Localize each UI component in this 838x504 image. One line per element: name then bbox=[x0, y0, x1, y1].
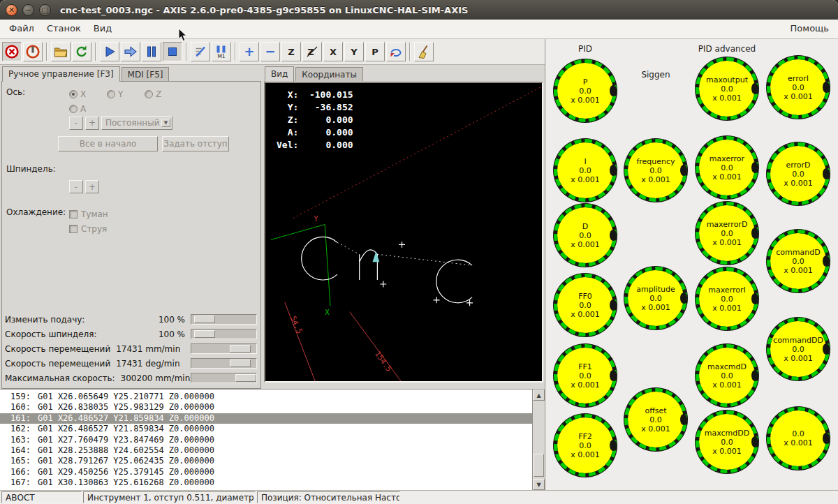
knob-unlabeled[interactable]: 0.0x 0.001 bbox=[766, 406, 830, 470]
knob-I[interactable]: I0.0x 0.001 bbox=[553, 138, 617, 202]
slider-handle[interactable] bbox=[194, 316, 215, 323]
jog-minus-button[interactable]: - bbox=[69, 117, 83, 130]
view-z2-button[interactable]: Z bbox=[302, 42, 322, 61]
knob-value: 0.0 bbox=[792, 345, 804, 354]
knob-D[interactable]: D0.0x 0.001 bbox=[553, 203, 617, 267]
clear-plot-icon bbox=[416, 44, 432, 59]
knob-scale: x 0.001 bbox=[784, 354, 813, 363]
zoom-in-button[interactable]: + bbox=[240, 42, 259, 61]
gcode-line[interactable]: 162:G01 X26.486527 Y21.859834 Z0.000000 bbox=[0, 424, 532, 434]
window-minimize-button[interactable]: − bbox=[22, 4, 34, 16]
view-x-button[interactable]: X bbox=[323, 42, 343, 61]
angular-jog-speed-slider[interactable] bbox=[191, 358, 257, 369]
knob-FF1[interactable]: FF10.0x 0.001 bbox=[553, 343, 617, 408]
touch-off-button[interactable]: Задать отступ bbox=[162, 136, 229, 151]
feed-override-slider[interactable] bbox=[191, 314, 257, 325]
gcode-line[interactable]: 160:G01 X26.838035 Y25.983129 Z0.000000 bbox=[0, 402, 532, 413]
knob-commandD[interactable]: commandD0.0x 0.001 bbox=[766, 229, 830, 293]
flood-checkbox[interactable]: Струя bbox=[69, 221, 107, 235]
knob-errorD[interactable]: errorD0.0x 0.001 bbox=[766, 142, 830, 206]
spindle-plus-button[interactable]: + bbox=[85, 180, 99, 193]
tab-mdi[interactable]: MDI [F5] bbox=[122, 67, 170, 81]
optional-stop-button[interactable]: M1 bbox=[212, 42, 231, 61]
gcode-line[interactable]: 164:G01 X28.253888 Y24.602554 Z0.000000 bbox=[0, 445, 532, 456]
step-program-button[interactable] bbox=[121, 42, 140, 61]
stop-program-button[interactable] bbox=[163, 42, 182, 61]
knob-FF0[interactable]: FF00.0x 0.001 bbox=[553, 273, 617, 337]
machine-power-button[interactable] bbox=[23, 42, 43, 61]
tab-preview[interactable]: Вид bbox=[265, 66, 294, 82]
slider-value: 100 % bbox=[159, 329, 185, 339]
pid-advanced-header: PID advanced bbox=[698, 44, 756, 54]
mist-checkbox[interactable]: Туман bbox=[69, 207, 108, 220]
gcode-line[interactable]: 167:G01 X30.130863 Y25.616268 Z0.000000 bbox=[0, 477, 532, 488]
knob-maxerrorD[interactable]: maxerrorD0.0x 0.001 bbox=[695, 201, 759, 265]
knob-amplitude[interactable]: amplitude0.0x 0.001 bbox=[624, 266, 688, 330]
knob-errorI[interactable]: errorI0.0x 0.001 bbox=[766, 55, 830, 119]
max-velocity-slider[interactable] bbox=[191, 373, 257, 383]
knob-value: 0.0 bbox=[649, 294, 662, 303]
knob-P[interactable]: P0.0x 0.001 bbox=[553, 59, 617, 123]
gcode-line[interactable]: 159:G01 X26.065649 Y25.210771 Z0.000000 bbox=[0, 392, 532, 402]
gcode-line[interactable]: 161:G01 X26.486527 Y21.859834 Z0.000000 bbox=[0, 413, 532, 424]
view-z-button[interactable]: Z bbox=[281, 42, 301, 61]
menu-machine[interactable]: Станок bbox=[41, 20, 87, 38]
view-y-button[interactable]: Y bbox=[344, 42, 364, 61]
axis-radio-z[interactable]: Z bbox=[145, 87, 161, 100]
knob-maxcmdDD[interactable]: maxcmdDD0.0x 0.001 bbox=[695, 410, 759, 474]
menu-view[interactable]: Вид bbox=[87, 20, 118, 38]
spindle-override-slider[interactable] bbox=[191, 329, 257, 339]
knob-FF2[interactable]: FF20.0x 0.001 bbox=[553, 413, 617, 477]
scrollbar-thumb[interactable] bbox=[534, 454, 544, 477]
gcode-line[interactable]: 166:G01 X29.450256 Y25.379145 Z0.000000 bbox=[0, 467, 532, 477]
axis-label: Ось: bbox=[6, 87, 25, 97]
open-file-button[interactable] bbox=[51, 42, 71, 61]
preview-canvas[interactable]: X: -100.015 Y: -36.852 Z: 0.000 A: 0.000… bbox=[264, 82, 543, 383]
knob-commandDD[interactable]: commandDD0.0x 0.001 bbox=[766, 317, 830, 381]
gcode-listing: 159:G01 X26.065649 Y25.210771 Z0.0000001… bbox=[0, 389, 545, 490]
run-program-button[interactable] bbox=[100, 42, 119, 61]
block-delete-button[interactable] bbox=[191, 42, 210, 61]
knob-offset[interactable]: offset0.0x 0.001 bbox=[624, 387, 688, 452]
window-maximize-button[interactable]: ▢ bbox=[39, 4, 51, 16]
slider-handle[interactable] bbox=[230, 360, 251, 367]
pause-program-button[interactable] bbox=[142, 42, 161, 61]
knob-value: 0.0 bbox=[721, 371, 733, 380]
reload-file-button[interactable] bbox=[72, 42, 91, 61]
tab-dro[interactable]: Координаты bbox=[295, 67, 363, 81]
gcode-line[interactable]: 165:G01 X28.791267 Y25.062435 Z0.000000 bbox=[0, 456, 532, 466]
home-all-button[interactable]: Все в начало bbox=[58, 136, 158, 151]
slider-handle[interactable] bbox=[235, 374, 256, 382]
jog-plus-button[interactable]: + bbox=[85, 117, 99, 130]
menu-help[interactable]: Помощь bbox=[784, 20, 835, 38]
spindle-minus-button[interactable]: - bbox=[69, 180, 83, 193]
axis-radio-y[interactable]: Y bbox=[107, 87, 123, 100]
gcode-list: 159:G01 X26.065649 Y25.210771 Z0.0000001… bbox=[0, 390, 532, 490]
tab-manual-control[interactable]: Ручное управление [F3] bbox=[2, 66, 120, 82]
knob-frequency[interactable]: frequency0.0x 0.001 bbox=[624, 138, 688, 202]
angular-jog-speed-row: Скорость перемещений 17431 deg/min bbox=[5, 357, 257, 369]
estop-button[interactable] bbox=[2, 42, 22, 61]
slider-handle[interactable] bbox=[230, 345, 251, 353]
rotate-view-button[interactable] bbox=[386, 42, 406, 61]
jog-mode-dropdown[interactable]: Постоянный ▼ bbox=[101, 116, 172, 130]
gcode-line[interactable]: 163:G01 X27.760479 Y23.847469 Z0.000000 bbox=[0, 435, 532, 445]
slider-handle[interactable] bbox=[194, 330, 215, 338]
window-close-button[interactable]: ✕ bbox=[6, 4, 17, 16]
view-perspective-button[interactable]: P bbox=[365, 42, 385, 61]
axis-radio-a[interactable]: A bbox=[69, 101, 86, 114]
scroll-up-arrow-icon[interactable]: ▲ bbox=[533, 390, 545, 401]
menu-file[interactable]: Файл bbox=[3, 20, 41, 38]
knob-value: 0.0 bbox=[579, 441, 591, 450]
zoom-out-button[interactable]: − bbox=[260, 42, 280, 61]
knob-face: maxoutput0.0x 0.001 bbox=[696, 57, 758, 120]
jog-speed-slider[interactable] bbox=[191, 343, 257, 354]
knob-maxerrorI[interactable]: maxerrorI0.0x 0.001 bbox=[695, 267, 759, 331]
axis-radio-x[interactable]: X bbox=[69, 87, 86, 100]
knob-maxoutput[interactable]: maxoutput0.0x 0.001 bbox=[695, 57, 759, 121]
scroll-down-arrow-icon[interactable]: ▼ bbox=[533, 479, 545, 490]
gcode-scrollbar[interactable]: ▲ ▼ bbox=[532, 390, 545, 490]
clear-plot-button[interactable] bbox=[414, 42, 434, 61]
knob-maxcmdD[interactable]: maxcmdD0.0x 0.001 bbox=[695, 343, 759, 408]
knob-maxerror[interactable]: maxerror0.0x 0.001 bbox=[695, 135, 759, 200]
